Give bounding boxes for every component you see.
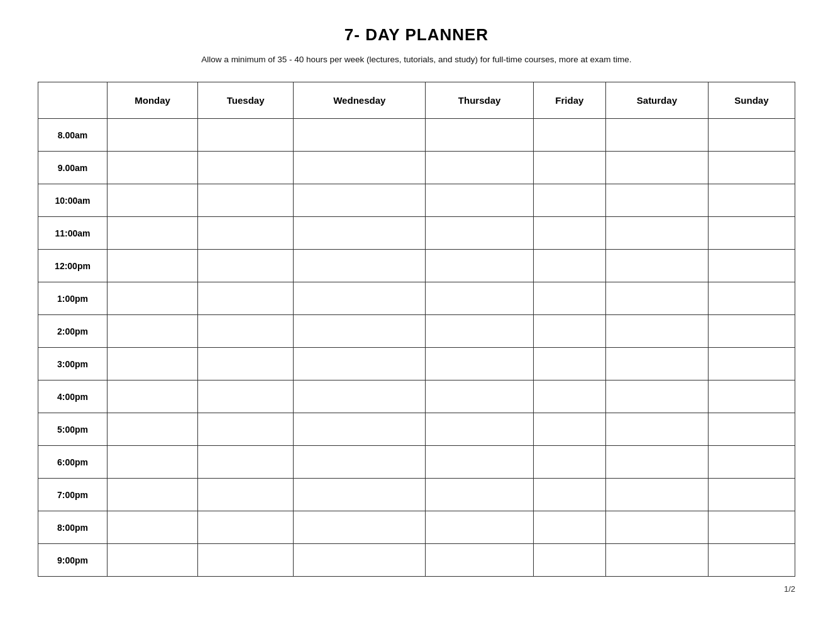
schedule-cell[interactable] [533,511,605,544]
schedule-cell[interactable] [426,544,533,577]
schedule-cell[interactable] [533,282,605,315]
schedule-cell[interactable] [108,413,198,446]
schedule-cell[interactable] [108,119,198,152]
schedule-cell[interactable] [198,119,294,152]
schedule-cell[interactable] [198,184,294,217]
schedule-cell[interactable] [708,250,795,282]
schedule-cell[interactable] [605,184,708,217]
schedule-cell[interactable] [426,282,533,315]
schedule-cell[interactable] [708,119,795,152]
schedule-cell[interactable] [294,250,426,282]
schedule-cell[interactable] [294,152,426,184]
schedule-cell[interactable] [533,446,605,479]
schedule-cell[interactable] [533,250,605,282]
table-row: 3:00pm [38,348,795,380]
schedule-cell[interactable] [426,217,533,250]
schedule-cell[interactable] [708,348,795,380]
schedule-cell[interactable] [533,544,605,577]
schedule-cell[interactable] [533,119,605,152]
schedule-cell[interactable] [708,413,795,446]
schedule-cell[interactable] [198,217,294,250]
schedule-cell[interactable] [108,184,198,217]
schedule-cell[interactable] [426,446,533,479]
schedule-cell[interactable] [605,282,708,315]
schedule-cell[interactable] [426,348,533,380]
schedule-cell[interactable] [108,348,198,380]
schedule-cell[interactable] [108,217,198,250]
schedule-cell[interactable] [294,511,426,544]
schedule-cell[interactable] [198,152,294,184]
schedule-cell[interactable] [426,479,533,511]
schedule-cell[interactable] [605,315,708,348]
schedule-cell[interactable] [426,119,533,152]
schedule-cell[interactable] [294,380,426,413]
schedule-cell[interactable] [198,380,294,413]
schedule-cell[interactable] [294,348,426,380]
schedule-cell[interactable] [605,250,708,282]
schedule-cell[interactable] [533,184,605,217]
schedule-cell[interactable] [426,413,533,446]
schedule-cell[interactable] [426,380,533,413]
schedule-cell[interactable] [605,348,708,380]
schedule-cell[interactable] [605,217,708,250]
schedule-cell[interactable] [198,544,294,577]
schedule-cell[interactable] [605,380,708,413]
schedule-cell[interactable] [605,511,708,544]
schedule-cell[interactable] [605,152,708,184]
schedule-cell[interactable] [294,315,426,348]
schedule-cell[interactable] [198,511,294,544]
schedule-cell[interactable] [708,184,795,217]
schedule-cell[interactable] [198,479,294,511]
schedule-cell[interactable] [533,348,605,380]
schedule-cell[interactable] [605,479,708,511]
schedule-cell[interactable] [708,152,795,184]
schedule-cell[interactable] [198,315,294,348]
schedule-cell[interactable] [708,315,795,348]
schedule-cell[interactable] [294,217,426,250]
schedule-cell[interactable] [533,315,605,348]
schedule-cell[interactable] [294,479,426,511]
schedule-cell[interactable] [108,250,198,282]
schedule-cell[interactable] [533,380,605,413]
schedule-cell[interactable] [708,544,795,577]
schedule-cell[interactable] [108,380,198,413]
schedule-cell[interactable] [108,315,198,348]
schedule-cell[interactable] [198,413,294,446]
schedule-cell[interactable] [108,544,198,577]
schedule-cell[interactable] [533,413,605,446]
schedule-cell[interactable] [108,479,198,511]
schedule-cell[interactable] [108,282,198,315]
schedule-cell[interactable] [108,511,198,544]
schedule-cell[interactable] [426,152,533,184]
schedule-cell[interactable] [605,413,708,446]
schedule-cell[interactable] [198,282,294,315]
schedule-cell[interactable] [708,446,795,479]
schedule-cell[interactable] [294,282,426,315]
schedule-cell[interactable] [108,446,198,479]
schedule-cell[interactable] [426,184,533,217]
schedule-cell[interactable] [533,479,605,511]
schedule-cell[interactable] [294,184,426,217]
schedule-cell[interactable] [708,479,795,511]
schedule-cell[interactable] [533,217,605,250]
schedule-cell[interactable] [708,282,795,315]
schedule-cell[interactable] [294,413,426,446]
schedule-cell[interactable] [533,152,605,184]
schedule-cell[interactable] [294,119,426,152]
schedule-cell[interactable] [198,446,294,479]
schedule-cell[interactable] [198,250,294,282]
schedule-cell[interactable] [426,250,533,282]
schedule-cell[interactable] [605,544,708,577]
schedule-cell[interactable] [708,511,795,544]
time-cell: 12:00pm [38,250,108,282]
schedule-cell[interactable] [294,544,426,577]
schedule-cell[interactable] [426,315,533,348]
schedule-cell[interactable] [426,511,533,544]
schedule-cell[interactable] [708,380,795,413]
schedule-cell[interactable] [198,348,294,380]
schedule-cell[interactable] [605,446,708,479]
schedule-cell[interactable] [708,217,795,250]
schedule-cell[interactable] [605,119,708,152]
schedule-cell[interactable] [108,152,198,184]
schedule-cell[interactable] [294,446,426,479]
